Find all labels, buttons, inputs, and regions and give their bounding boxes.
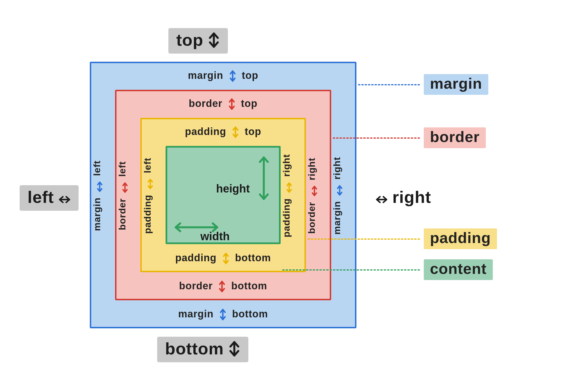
connector-border xyxy=(333,137,420,139)
padding-left-label: padding left xyxy=(142,143,153,249)
position-right-label: right xyxy=(392,187,431,207)
content-height-label: height xyxy=(216,182,250,195)
position-bottom-chip: bottom xyxy=(157,337,248,362)
legend-border: border xyxy=(424,127,486,148)
connector-margin xyxy=(358,84,420,85)
updown-arrow-icon xyxy=(229,70,236,82)
leftright-arrow-icon xyxy=(334,185,341,196)
position-right-chip: right xyxy=(368,185,439,211)
leftright-arrow-icon xyxy=(94,181,101,192)
updown-arrow-icon xyxy=(228,98,235,110)
legend-margin: margin xyxy=(424,74,488,95)
position-bottom-label: bottom xyxy=(165,339,224,358)
margin-bottom-label: margin bottom xyxy=(164,308,282,321)
leftright-arrow-icon xyxy=(120,182,126,193)
updown-arrow-icon xyxy=(228,340,241,357)
padding-right-label: padding right xyxy=(281,143,292,249)
leftright-arrow-icon xyxy=(309,185,316,197)
leftright-arrow-icon xyxy=(284,182,290,193)
updown-arrow-icon xyxy=(219,308,226,321)
border-top-label: border top xyxy=(164,98,282,110)
position-left-chip: left xyxy=(20,185,79,211)
leftright-arrow-icon xyxy=(58,189,71,206)
updown-arrow-icon xyxy=(232,126,239,138)
legend-padding: padding xyxy=(424,228,497,249)
margin-right-label: margin right xyxy=(331,143,342,249)
border-right-label: border right xyxy=(306,143,317,249)
updown-arrow-icon xyxy=(219,280,225,293)
padding-bottom-label: padding bottom xyxy=(164,252,282,265)
diagram-stage: top bottom left right margin top margin … xyxy=(0,0,561,392)
legend-content: content xyxy=(424,259,493,280)
padding-top-label: padding top xyxy=(164,126,282,138)
connector-content xyxy=(282,269,420,270)
margin-top-label: margin top xyxy=(164,70,282,82)
updown-arrow-icon xyxy=(208,32,220,49)
position-top-chip: top xyxy=(168,28,228,54)
leftright-arrow-icon xyxy=(145,178,152,189)
border-left-label: border left xyxy=(117,143,128,249)
connector-padding xyxy=(308,239,420,240)
position-top-label: top xyxy=(176,30,203,50)
border-bottom-label: border bottom xyxy=(164,280,282,293)
content-width-label: width xyxy=(200,230,230,243)
leftright-arrow-icon xyxy=(375,189,388,206)
margin-left-label: margin left xyxy=(91,143,102,249)
height-arrow-icon xyxy=(258,156,269,201)
updown-arrow-icon xyxy=(223,252,229,265)
position-left-label: left xyxy=(28,187,54,207)
